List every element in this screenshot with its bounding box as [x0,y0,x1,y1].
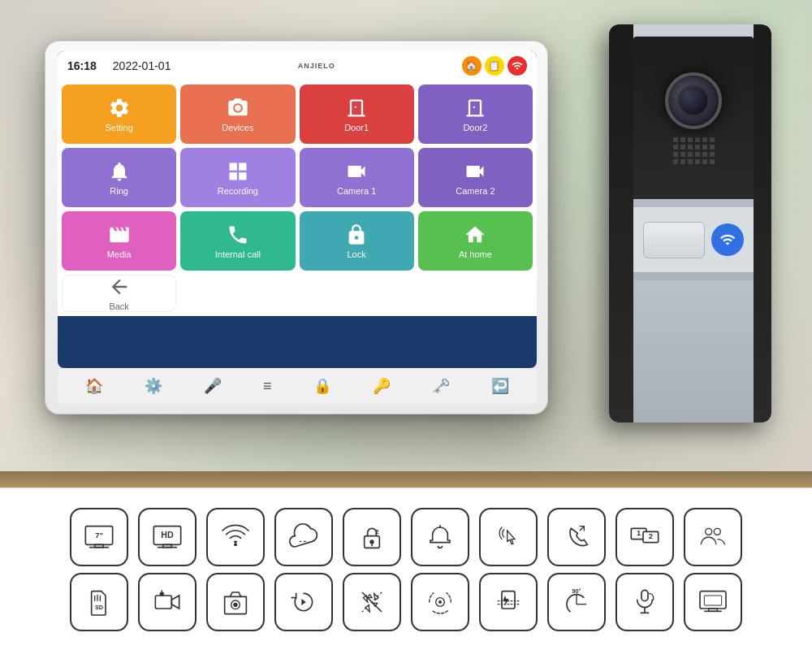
app-at-home[interactable]: At home [418,211,533,271]
app-setting[interactable]: Setting [62,84,176,144]
bar-home-icon[interactable]: 🏠 [85,377,103,395]
svg-point-39 [438,600,442,604]
svg-rect-1 [231,163,236,169]
app-camera2-label: Camera 2 [456,186,495,196]
app-door2[interactable]: Door2 [418,84,533,144]
svg-text:2: 2 [375,528,379,535]
doorbell-speaker [673,137,715,164]
svg-text:2: 2 [649,532,653,540]
monitor-wrapper: 16:18 2022-01-01 ANJIELO 🏠 📋 [45,41,572,439]
app-recording-label: Recording [218,186,258,196]
app-lock-label: Lock [348,249,366,259]
feature-photo-capture [206,573,265,631]
monitor-screen: 16:18 2022-01-01 ANJIELO 🏠 📋 [58,51,537,368]
svg-text:1: 1 [637,529,641,537]
app-lock[interactable]: Lock [300,211,414,271]
monitor-body: 16:18 2022-01-01 ANJIELO 🏠 📋 [45,41,548,414]
feature-two-monitors: 1 2 [615,508,674,566]
svg-rect-4 [240,173,245,179]
doorbell-wifi-button[interactable] [711,223,744,256]
features-row-2: SD [70,573,742,631]
svg-point-13 [234,543,237,546]
bar-settings-icon[interactable]: ⚙️ [145,377,162,395]
app-ring[interactable]: Ring [62,148,176,207]
svg-rect-48 [700,591,726,608]
svg-rect-49 [704,596,721,605]
bar-menu-icon[interactable]: ≡ [263,378,272,395]
svg-rect-3 [240,163,245,169]
app-devices-label: Devices [222,123,253,132]
svg-text:HD: HD [161,529,174,539]
feature-touch [479,508,538,566]
feature-monitor-display [684,573,742,631]
app-camera2[interactable]: Camera 2 [418,148,533,207]
feature-wifi [206,508,265,566]
app-door1[interactable]: Door1 [300,84,414,144]
doorbell-left-strip [609,24,633,422]
app-internal-call-label: Internal call [215,249,261,259]
feature-motion-detect [411,573,469,631]
feature-video-record [138,573,197,631]
home-header-icon[interactable]: 🏠 [462,56,482,76]
features-section: 7" HD [0,488,812,650]
feature-cloud [274,508,333,566]
svg-text:7": 7" [95,531,103,539]
svg-rect-45 [641,590,648,600]
feature-hd: HD [138,508,197,566]
svg-text:90°: 90° [572,587,581,595]
feature-sd-card: SD [70,573,128,631]
bar-mic-icon[interactable]: 🎤 [204,377,222,395]
screen-header-left: 16:18 2022-01-01 [67,59,171,72]
svg-point-25 [706,528,712,535]
bar-key2-icon[interactable]: 🗝️ [432,377,450,395]
wifi-header-icon[interactable] [508,56,527,76]
feature-phone [547,508,606,566]
app-camera1[interactable]: Camera 1 [300,148,414,207]
svg-rect-31 [155,596,171,609]
bar-lock-icon[interactable]: 🔒 [313,377,331,395]
app-devices[interactable]: Devices [180,84,295,144]
app-door2-label: Door2 [463,123,487,132]
svg-point-32 [160,592,164,596]
app-ring-label: Ring [110,186,128,196]
app-grid: Setting Devices Door1 [58,80,537,316]
app-at-home-label: At home [459,249,492,259]
doorbell-button-section [633,207,754,272]
bar-key-icon[interactable]: 🔑 [373,377,391,395]
feature-multi-user [684,508,742,566]
feature-waterproof [479,573,538,631]
app-media[interactable]: Media [62,211,176,271]
doorbell-lower-panel [633,280,754,422]
app-internal-call[interactable]: Internal call [180,211,295,271]
screen-date: 2022-01-01 [113,59,171,72]
svg-text:SD: SD [95,604,103,611]
doorbell-unit [609,24,788,431]
list-header-icon[interactable]: 📋 [485,56,504,76]
screen-brand: ANJIELO [298,62,335,70]
screen-time: 16:18 [67,59,97,72]
features-row-1: 7" HD [70,508,742,566]
app-door1-label: Door1 [344,123,369,132]
doorbell-camera-section [633,37,754,199]
feature-lock-security: 2 [343,508,401,566]
screen-header: 16:18 2022-01-01 ANJIELO 🏠 📋 [58,51,537,80]
svg-point-26 [714,528,720,535]
app-back-label: Back [109,301,128,311]
app-media-label: Media [107,249,132,259]
app-back[interactable]: Back [62,275,176,312]
svg-line-20 [580,526,584,530]
feature-7inch: 7" [70,508,128,566]
feature-microphone [615,573,674,631]
feature-replay [274,573,333,631]
app-recording[interactable]: Recording [180,148,295,207]
app-setting-label: Setting [106,123,133,132]
feature-90degree: 90° [547,573,606,631]
doorbell-call-button[interactable] [643,222,705,258]
doorbell-right-strip [754,24,771,422]
doorbell-camera-lens [665,72,722,129]
bar-back-icon[interactable]: ↩️ [491,377,509,395]
svg-rect-2 [231,173,236,179]
svg-point-0 [235,105,240,110]
doorbell-body [609,24,771,422]
svg-point-35 [233,602,237,606]
